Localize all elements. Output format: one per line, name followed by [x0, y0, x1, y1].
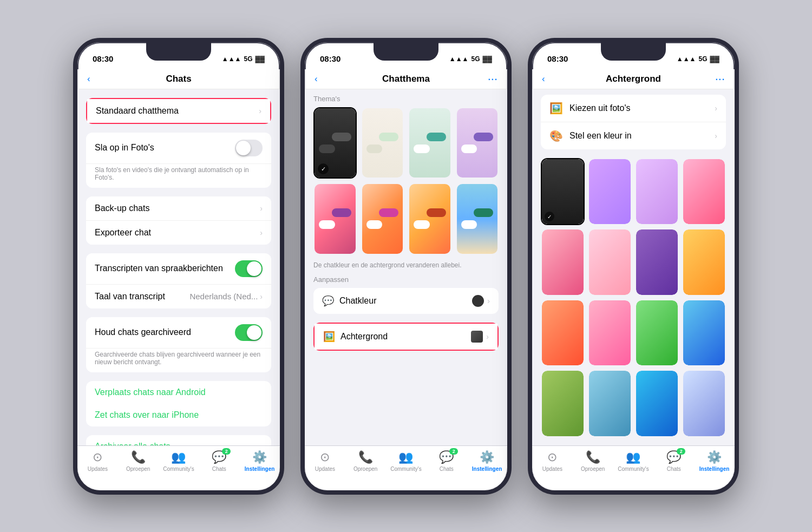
tab-updates-1[interactable]: ⊙ Updates	[77, 450, 118, 472]
wallpaper-1[interactable]: ✓	[541, 158, 585, 226]
battery-icon-2: ▓▓	[483, 55, 493, 63]
signal-icon-3: ▲▲▲	[677, 55, 696, 63]
tab-communities-1[interactable]: 👥 Community's	[159, 450, 199, 472]
export-item[interactable]: Exporteer chat ›	[86, 221, 271, 245]
wallpaper-7[interactable]	[635, 228, 679, 296]
more-button-3[interactable]: ···	[715, 72, 725, 86]
phone-1: 08:30 ▲▲▲ 5G ▓▓ ‹ Chats Standaard chatth…	[73, 38, 284, 495]
wallpaper-16[interactable]	[682, 370, 726, 437]
theme-beach[interactable]	[456, 183, 499, 255]
wallpaper-9[interactable]	[541, 299, 585, 367]
tab-chats-3[interactable]: 💬 2 Chats	[653, 450, 694, 472]
theme-cream[interactable]	[361, 107, 404, 179]
tab-updates-2[interactable]: ⊙ Updates	[305, 450, 345, 472]
wallpaper-13[interactable]	[541, 370, 585, 437]
wallpaper-10[interactable]	[588, 299, 632, 367]
theme-pink[interactable]	[313, 183, 357, 255]
tab-calls-2[interactable]: 📞 Oproepen	[345, 450, 386, 472]
updates-icon-3: ⊙	[547, 450, 557, 464]
tab-settings-2[interactable]: ⚙️ Instellingen	[467, 450, 507, 472]
chevron-lang: ›	[260, 292, 263, 301]
tab-chats-1[interactable]: 💬 2 Chats	[199, 450, 239, 472]
back-button-2[interactable]: ‹	[315, 74, 318, 84]
wallpaper-15[interactable]	[635, 370, 679, 437]
wallpaper-1-check: ✓	[545, 212, 554, 221]
theme-purple[interactable]	[456, 107, 499, 179]
transcript-section: Transcripten van spraakberichten Taal va…	[86, 253, 271, 308]
wallpaper-5[interactable]	[541, 228, 585, 296]
tab-settings-3[interactable]: ⚙️ Instellingen	[694, 450, 735, 472]
back-button-3[interactable]: ‹	[542, 74, 545, 84]
backup-item[interactable]: Back-up chats ›	[86, 196, 271, 221]
wallpaper-3[interactable]	[635, 158, 679, 226]
wallpaper-11[interactable]	[635, 299, 679, 367]
wallpaper-grid: ✓	[532, 158, 735, 437]
chatkleur-section: 💬 Chatkleur ›	[313, 288, 499, 314]
save-photos-label: Sla op in Foto's	[95, 143, 154, 153]
back-button-1[interactable]: ‹	[87, 74, 90, 84]
chats-badge-2: 2	[449, 448, 458, 455]
nav-title-2: Chatthema	[382, 74, 430, 84]
save-photos-toggle[interactable]	[235, 140, 263, 156]
save-photos-item: Sla op in Foto's	[86, 133, 271, 164]
archive-toggle[interactable]	[235, 324, 263, 341]
status-icons-1: ▲▲▲ 5G ▓▓	[222, 55, 265, 63]
tab-communities-2[interactable]: 👥 Community's	[386, 450, 427, 472]
tab-communities-3[interactable]: 👥 Community's	[613, 450, 654, 472]
communities-icon-1: 👥	[171, 450, 186, 464]
wallpaper-4[interactable]	[682, 158, 726, 226]
wallpaper-8[interactable]	[682, 228, 726, 296]
chats-icon-2: 💬 2	[439, 450, 454, 464]
status-time-2: 08:30	[320, 54, 340, 63]
move-iphone-link[interactable]: Zet chats over naar iPhone	[86, 404, 271, 426]
nav-bar-2: ‹ Chatthema ···	[305, 69, 507, 89]
tab-settings-1[interactable]: ⚙️ Instellingen	[239, 450, 280, 472]
signal-icon-1: ▲▲▲	[222, 55, 241, 63]
archive-toggle-item: Houd chats gearchiveerd	[86, 317, 271, 349]
tab-updates-3[interactable]: ⊙ Updates	[532, 450, 573, 472]
more-button-2[interactable]: ···	[488, 72, 497, 86]
status-bar-3: 08:30 ▲▲▲ 5G ▓▓	[532, 42, 735, 69]
standard-theme-item[interactable]: Standaard chatthema ›	[86, 98, 271, 124]
wallpaper-6[interactable]	[588, 228, 632, 296]
tab-bar-3: ⊙ Updates 📞 Oproepen 👥 Community's 💬 2 C…	[532, 445, 735, 490]
chats-badge-1: 2	[222, 448, 231, 455]
network-label-3: 5G	[698, 55, 707, 63]
photo-icon: 🖼️	[549, 102, 563, 115]
chevron-achtergrond: ›	[486, 332, 489, 341]
tab-chats-2[interactable]: 💬 2 Chats	[426, 450, 467, 472]
settings-label-3: Instellingen	[699, 466, 730, 472]
achtergrond-item[interactable]: 🖼️ Achtergrond ›	[313, 323, 499, 351]
updates-icon-1: ⊙	[93, 450, 102, 464]
wallpaper-2[interactable]	[588, 158, 632, 226]
updates-label-2: Updates	[315, 466, 335, 472]
wallpaper-14[interactable]	[588, 370, 632, 437]
nav-title-3: Achtergrond	[606, 74, 661, 84]
achtergrond-label: Achtergrond	[340, 332, 388, 341]
updates-label-3: Updates	[542, 466, 562, 472]
theme-orange[interactable]	[408, 183, 451, 255]
tab-calls-3[interactable]: 📞 Oproepen	[573, 450, 613, 472]
chats-badge-3: 2	[677, 448, 685, 455]
chevron-export: ›	[260, 228, 263, 237]
achtergrond-preview	[471, 331, 483, 343]
chevron-kiezen: ›	[715, 104, 717, 113]
kiezen-foto-option[interactable]: 🖼️ Kiezen uit foto's ›	[541, 95, 726, 122]
theme-dark[interactable]: ✓	[313, 107, 357, 179]
communities-label-2: Community's	[390, 466, 421, 472]
kleur-label: Stel een kleur in	[569, 131, 632, 141]
calls-label-1: Oproepen	[126, 466, 150, 472]
transcript-lang-item[interactable]: Taal van transcript Nederlands (Ned... ›	[86, 285, 271, 308]
chatkleur-item[interactable]: 💬 Chatkleur ›	[313, 288, 499, 314]
battery-icon-1: ▓▓	[256, 55, 265, 63]
theme-peach[interactable]	[361, 183, 404, 255]
tab-calls-1[interactable]: 📞 Oproepen	[118, 450, 159, 472]
transcript-lang-label: Taal van transcript	[95, 292, 165, 301]
move-android-link[interactable]: Verplaats chats naar Android	[86, 381, 271, 404]
kleur-option[interactable]: 🎨 Stel een kleur in ›	[541, 122, 726, 149]
wallpaper-12[interactable]	[682, 299, 726, 367]
achtergrond-icon: 🖼️	[323, 331, 335, 343]
migration-section: Verplaats chats naar Android Zet chats o…	[86, 381, 271, 426]
theme-teal[interactable]	[408, 107, 451, 179]
transcript-toggle[interactable]	[235, 260, 263, 277]
